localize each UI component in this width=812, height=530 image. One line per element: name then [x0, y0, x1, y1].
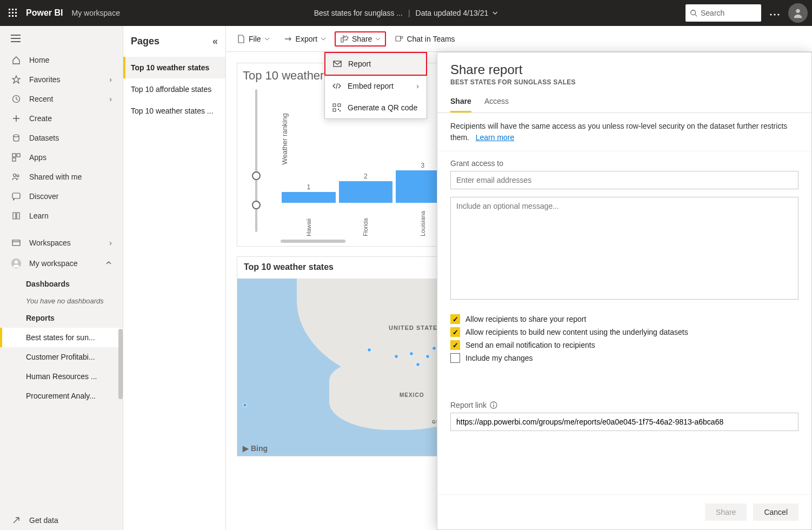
code-icon — [332, 82, 341, 90]
share-report-label: Report — [348, 59, 371, 68]
tab-access[interactable]: Access — [484, 97, 509, 112]
bar-category: Florida — [362, 206, 369, 236]
svg-rect-21 — [17, 154, 20, 157]
file-button[interactable]: File — [231, 31, 275, 47]
share-panel: Share report BEST STATES FOR SUNGLASS SA… — [437, 52, 812, 530]
report-name[interactable]: Best states for sunglass ... — [314, 9, 403, 17]
nav-datasets[interactable]: Datasets — [0, 128, 123, 148]
checkbox-include-changes[interactable]: Include my changes — [450, 353, 798, 363]
page-item[interactable]: Top 10 weather states — [123, 57, 225, 78]
collapse-icon[interactable]: « — [212, 36, 218, 47]
nav-myworkspace[interactable]: My workspace — [0, 253, 123, 274]
chevron-down-icon[interactable] — [491, 10, 498, 16]
slider-thumb[interactable] — [252, 201, 261, 209]
export-label: Export — [296, 35, 317, 43]
info-icon[interactable] — [490, 401, 497, 409]
horizontal-scrollbar[interactable] — [281, 240, 345, 243]
nav-label: Create — [29, 114, 52, 123]
slicer[interactable] — [243, 85, 270, 236]
scrollbar[interactable] — [118, 329, 123, 399]
nav-label: Datasets — [29, 134, 59, 142]
share-button[interactable]: Share — [335, 31, 386, 47]
data-updated[interactable]: Data updated 4/13/21 — [416, 9, 489, 17]
email-field[interactable] — [450, 171, 798, 189]
report-item[interactable]: Human Resources ... — [0, 367, 123, 386]
nav-favorites[interactable]: Favorites› — [0, 70, 123, 89]
nav-apps[interactable]: Apps — [0, 148, 123, 167]
separator: | — [408, 9, 410, 17]
svg-point-9 — [691, 10, 696, 15]
report-toolbar: File Export Share Chat in Teams — [226, 26, 812, 52]
workspace-name[interactable]: My workspace — [71, 9, 119, 17]
page-item[interactable]: Top 10 affordable states — [123, 78, 225, 100]
checkbox-icon — [450, 353, 460, 363]
report-canvas: File Export Share Chat in Teams — [226, 26, 812, 530]
chevron-right-icon: › — [109, 75, 112, 84]
chat-icon — [11, 192, 22, 201]
svg-rect-35 — [333, 109, 336, 111]
nav-recent[interactable]: Recent› — [0, 89, 123, 109]
embed-report-item[interactable]: Embed report › — [325, 75, 427, 97]
app-launcher-icon[interactable] — [4, 4, 22, 22]
checkbox-allow-share[interactable]: Allow recipients to share your report — [450, 314, 798, 324]
nav-getdata[interactable]: Get data — [0, 511, 123, 530]
share-submit-button[interactable]: Share — [705, 504, 747, 521]
tab-share[interactable]: Share — [450, 97, 471, 112]
svg-rect-3 — [9, 12, 10, 14]
svg-rect-25 — [12, 193, 20, 198]
page-item[interactable]: Top 10 weather states ... — [123, 100, 225, 122]
share-icon — [340, 35, 349, 43]
chat-button[interactable]: Chat in Teams — [389, 31, 460, 47]
nav-discover[interactable]: Discover — [0, 187, 123, 206]
nav-workspaces[interactable]: Workspaces› — [0, 233, 123, 253]
message-field[interactable] — [450, 197, 798, 300]
slider-thumb[interactable] — [252, 171, 261, 180]
chat-label: Chat in Teams — [407, 35, 455, 43]
more-icon[interactable] — [768, 6, 782, 19]
avatar[interactable] — [788, 3, 808, 23]
cancel-button[interactable]: Cancel — [753, 504, 798, 521]
hamburger-icon[interactable] — [0, 28, 123, 50]
checkbox-icon — [450, 327, 460, 337]
svg-point-40 — [493, 403, 494, 404]
checkbox-allow-build[interactable]: Allow recipients to build new content us… — [450, 327, 798, 337]
nav-home[interactable]: Home — [0, 50, 123, 70]
svg-rect-5 — [15, 12, 17, 14]
apps-icon — [11, 153, 22, 162]
header-center: Best states for sunglass ... | Data upda… — [314, 9, 498, 17]
learn-more-link[interactable]: Learn more — [476, 133, 515, 142]
nav-label: Recent — [29, 95, 53, 103]
topbar: Power BI My workspace Best states for su… — [0, 0, 812, 26]
clock-icon — [11, 95, 22, 103]
svg-rect-8 — [15, 15, 17, 17]
share-report-item[interactable]: Report — [324, 52, 427, 76]
svg-rect-37 — [340, 110, 341, 111]
nav-label: Shared with me — [29, 173, 82, 181]
export-button[interactable]: Export — [278, 31, 331, 47]
report-item[interactable]: Customer Profitabi... — [0, 347, 123, 367]
qr-item[interactable]: Generate a QR code — [325, 97, 427, 118]
report-item[interactable]: Procurement Analy... — [0, 386, 123, 406]
svg-rect-36 — [338, 109, 339, 110]
report-item[interactable]: Best states for sun... — [0, 328, 123, 347]
mail-icon — [333, 59, 342, 68]
svg-rect-34 — [338, 104, 341, 107]
nav-create[interactable]: Create — [0, 109, 123, 128]
bar[interactable] — [282, 192, 336, 203]
slider-track — [255, 89, 257, 232]
left-nav: Home Favorites› Recent› Create Datasets … — [0, 26, 123, 530]
checkbox-send-email[interactable]: Send an email notification to recipients — [450, 340, 798, 350]
chevron-up-icon — [105, 259, 112, 268]
bar-category: Hawaii — [305, 206, 312, 236]
nav-learn[interactable]: Learn — [0, 206, 123, 226]
qr-label: Generate a QR code — [348, 103, 417, 112]
report-link-field[interactable] — [450, 413, 798, 431]
bing-logo: ▶ Bing — [243, 444, 268, 453]
search-input[interactable]: Search — [685, 4, 761, 22]
nav-shared[interactable]: Shared with me — [0, 167, 123, 187]
svg-point-14 — [796, 9, 800, 13]
chevron-right-icon: › — [109, 239, 112, 247]
bar[interactable] — [339, 181, 393, 203]
svg-rect-20 — [12, 154, 16, 157]
getdata-icon — [11, 516, 22, 525]
